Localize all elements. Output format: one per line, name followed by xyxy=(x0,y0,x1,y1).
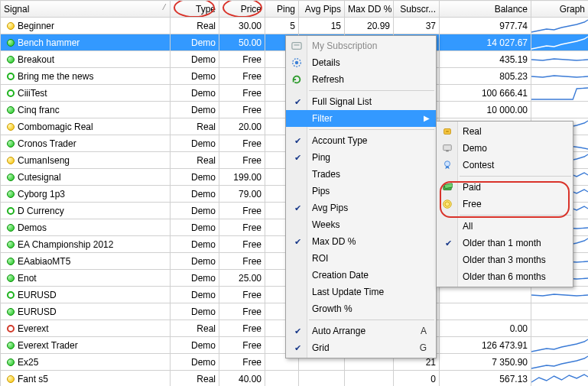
cell-price: 50.00 xyxy=(219,34,265,51)
menu-refresh[interactable]: Refresh xyxy=(286,71,436,88)
cell-price: 199.00 xyxy=(219,169,265,186)
col-price[interactable]: Price xyxy=(219,1,265,18)
menu-account-type[interactable]: ✔Account Type xyxy=(286,132,436,149)
menu-details[interactable]: Details xyxy=(286,54,436,71)
cell-type: Demo xyxy=(171,303,219,320)
signal-name: EURUSD xyxy=(18,290,57,300)
signal-name: Fant s5 xyxy=(18,374,48,384)
cell-graph xyxy=(531,51,589,68)
menu-my-subscription[interactable]: My Subscription xyxy=(286,37,436,54)
cell-price: Free xyxy=(219,236,265,253)
signal-name: Demos xyxy=(18,222,47,233)
filter-demo[interactable]: Demo xyxy=(437,140,573,157)
signal-name: CumanIseng xyxy=(18,155,70,166)
signal-name: CiiiTest xyxy=(18,88,47,99)
cell-price: Free xyxy=(219,102,265,118)
filter-older-6m[interactable]: Older than 6 months xyxy=(437,268,573,285)
menu-last-update-time[interactable]: Last Update Time xyxy=(286,284,436,300)
cell-subscr: 37 xyxy=(394,18,440,34)
menu-auto-arrange[interactable]: ✔Auto ArrangeA xyxy=(286,323,436,339)
signal-status-icon xyxy=(7,190,15,198)
table-row[interactable]: BeginnerReal30.0051520.9937977.74 xyxy=(1,18,589,34)
header-row: Signal⁄ Type Price Ping Avg Pips Max DD … xyxy=(1,1,589,18)
svg-rect-5 xyxy=(446,131,449,132)
cell-price: Free xyxy=(219,135,265,152)
menu-filter[interactable]: Filter▶ xyxy=(286,110,436,127)
filter-older-3m[interactable]: Older than 3 months xyxy=(437,251,573,268)
context-menu-filter: Real Demo Contest Paid Free All ✔Older t… xyxy=(436,121,573,287)
signal-status-icon xyxy=(7,207,15,215)
signal-status-icon xyxy=(7,375,15,383)
table-row[interactable]: Fant s5Real40.000567.13 xyxy=(1,371,589,387)
signal-status-icon xyxy=(7,241,15,248)
menu-grid[interactable]: ✔GridG xyxy=(286,339,436,356)
filter-real[interactable]: Real xyxy=(437,123,573,140)
cell-price: Free xyxy=(219,203,265,219)
signal-name: Cutesignal xyxy=(18,172,61,183)
menu-trades[interactable]: Trades xyxy=(286,166,436,183)
signal-status-icon xyxy=(7,157,15,164)
signal-status-icon xyxy=(7,73,15,80)
filter-free[interactable]: Free xyxy=(437,196,573,212)
col-graph[interactable]: Graph xyxy=(531,1,589,18)
cell-type: Demo xyxy=(171,337,219,354)
filter-older-1m[interactable]: ✔Older than 1 month xyxy=(437,235,573,251)
cell-type: Demo xyxy=(171,85,219,102)
signal-name: EAabiaoMT5 xyxy=(18,256,70,267)
col-avgpips[interactable]: Avg Pips xyxy=(299,1,345,18)
cell-avgpips xyxy=(299,371,345,387)
signal-name: D Currency xyxy=(18,206,64,216)
cell-type: Demo xyxy=(171,186,219,203)
cell-type: Demo xyxy=(171,236,219,253)
cell-graph xyxy=(531,68,589,85)
cell-graph xyxy=(531,320,589,337)
cell-price: Free xyxy=(219,320,265,337)
cell-balance xyxy=(440,287,531,303)
signal-name: Bench hammer xyxy=(18,37,80,48)
svg-point-2 xyxy=(295,61,298,64)
menu-max-dd[interactable]: ✔Max DD % xyxy=(286,233,436,250)
cell-balance: 977.74 xyxy=(440,18,531,34)
signal-name: Everext Trader xyxy=(18,340,78,351)
col-signal[interactable]: Signal⁄ xyxy=(1,1,171,18)
cell-maxdd: 20.99 xyxy=(345,18,394,34)
cell-type: Demo xyxy=(171,253,219,270)
signal-name: Breakout xyxy=(18,54,54,65)
signal-name: Ex25 xyxy=(18,357,38,368)
svg-point-8 xyxy=(445,161,450,167)
col-ping[interactable]: Ping xyxy=(265,1,299,18)
signal-status-icon xyxy=(7,56,15,63)
menu-ping[interactable]: ✔Ping xyxy=(286,149,436,166)
menu-avg-pips[interactable]: ✔Avg Pips xyxy=(286,199,436,216)
cell-price: Free xyxy=(219,51,265,68)
signal-status-icon xyxy=(7,325,15,332)
cell-type: Real xyxy=(171,18,219,34)
filter-all[interactable]: All xyxy=(437,218,573,235)
signal-status-icon xyxy=(7,174,15,181)
menu-growth[interactable]: Growth % xyxy=(286,300,436,317)
svg-rect-6 xyxy=(443,145,452,151)
cell-balance: 567.13 xyxy=(440,371,531,387)
menu-creation-date[interactable]: Creation Date xyxy=(286,267,436,284)
cell-balance: 14 027.67 xyxy=(440,34,531,51)
signal-status-icon xyxy=(7,274,15,282)
col-type[interactable]: Type xyxy=(171,1,219,18)
col-balance[interactable]: Balance xyxy=(440,1,531,18)
cell-type: Real xyxy=(171,152,219,169)
cell-graph xyxy=(531,18,589,34)
cell-balance: 7 350.90 xyxy=(440,354,531,371)
menu-weeks[interactable]: Weeks xyxy=(286,216,436,233)
menu-full-signal-list[interactable]: ✔Full Signal List xyxy=(286,93,436,110)
filter-paid[interactable]: Paid xyxy=(437,179,573,196)
menu-roi[interactable]: ROI xyxy=(286,250,436,267)
cell-graph xyxy=(531,85,589,102)
signal-name: Enot xyxy=(18,273,37,284)
col-subscr[interactable]: Subscr... xyxy=(394,1,440,18)
svg-rect-10 xyxy=(444,183,453,189)
col-maxdd[interactable]: Max DD % xyxy=(345,1,394,18)
menu-pips[interactable]: Pips xyxy=(286,183,436,199)
cell-price: Free xyxy=(219,287,265,303)
signal-status-icon xyxy=(7,39,15,47)
filter-contest[interactable]: Contest xyxy=(437,157,573,174)
signal-status-icon xyxy=(7,258,15,265)
